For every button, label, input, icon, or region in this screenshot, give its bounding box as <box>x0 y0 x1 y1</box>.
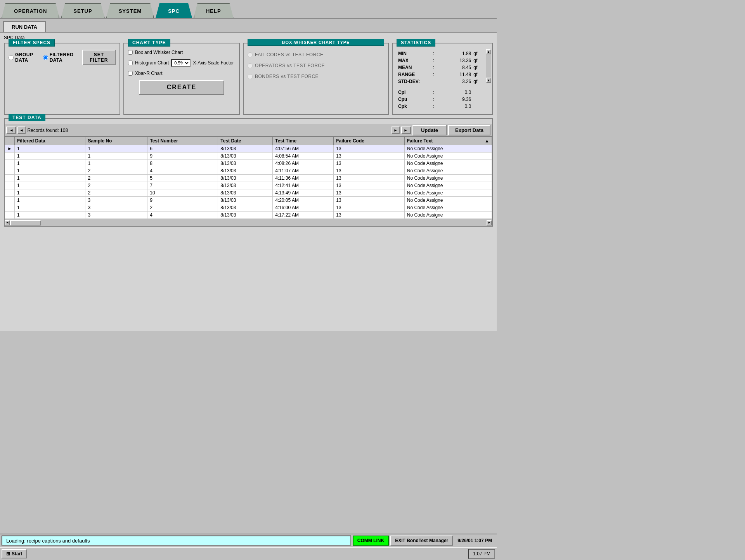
row-arrow-cell <box>5 204 15 212</box>
xbar-r-label: Xbar-R Chart <box>135 71 163 76</box>
whisker-option3-row: BONDERS vs TEST FORCE <box>248 74 384 79</box>
cell-fail-text: No Code Assigne <box>404 212 492 219</box>
stat-cpl-label: Cpl <box>397 89 431 95</box>
cell-test-num: 2 <box>147 204 218 212</box>
chart-type-title: CHART TYPE <box>128 39 170 47</box>
cell-date: 8/13/03 <box>218 204 273 212</box>
records-found-label: Records found: 108 <box>27 128 390 133</box>
cell-filtered: 1 <box>14 153 85 160</box>
tab-help[interactable]: HELP <box>194 3 234 18</box>
cell-date: 8/13/03 <box>218 153 273 160</box>
col-indicator <box>5 137 15 145</box>
cell-sample: 1 <box>85 160 147 167</box>
stat-cpk-row: Cpk : 0.0 <box>397 103 487 109</box>
filtered-data-radio-label[interactable]: FILTERED DATA <box>43 52 79 63</box>
cell-fail-code: 13 <box>334 204 405 212</box>
tab-spc-label: SPC <box>168 8 180 14</box>
export-button[interactable]: Export Data <box>448 125 490 135</box>
cell-filtered: 1 <box>14 160 85 167</box>
whisker-option2-radio[interactable] <box>248 63 253 68</box>
table-row[interactable]: ► 1 1 6 8/13/03 4:07:56 AM 13 No Code As… <box>5 145 492 153</box>
col-sample-no: Sample No <box>85 137 147 145</box>
nav-last-button[interactable]: ►| <box>401 127 411 134</box>
statistics-title: STATISTICS <box>397 39 435 47</box>
histogram-checkbox[interactable] <box>128 61 133 65</box>
col-filtered-data: Filtered Data <box>14 137 85 145</box>
cell-time: 4:12:41 AM <box>273 182 334 189</box>
box-whisker-chart-title: BOX-WHISKER CHART TYPE <box>248 39 384 46</box>
stat-cpk-value: 0.0 <box>438 103 472 109</box>
hscroll-right-btn[interactable]: ► <box>487 220 492 225</box>
group-data-text: GROUP DATA <box>15 52 40 63</box>
cell-date: 8/13/03 <box>218 189 273 197</box>
nav-prev-button[interactable]: ◄ <box>17 127 26 134</box>
stat-cpu-label: Cpu <box>397 96 431 102</box>
cell-sample: 3 <box>85 197 147 204</box>
table-row[interactable]: 1 3 2 8/13/03 4:16:00 AM 13 No Code Assi… <box>5 204 492 212</box>
cell-test-num: 9 <box>147 153 218 160</box>
update-button[interactable]: Update <box>412 125 447 135</box>
horizontal-scrollbar[interactable]: ◄ ► <box>5 219 492 226</box>
row-arrow-cell <box>5 212 15 219</box>
cell-time: 4:11:07 AM <box>273 167 334 175</box>
create-button[interactable]: CREATE <box>139 80 225 95</box>
table-row[interactable]: 1 2 10 8/13/03 4:13:49 AM 13 No Code Ass… <box>5 189 492 197</box>
hscroll-thumb[interactable] <box>10 220 41 225</box>
table-row[interactable]: 1 2 5 8/13/03 4:11:36 AM 13 No Code Assi… <box>5 175 492 182</box>
stats-table: MIN : 1.88 gf MAX : 13.36 gf MEAN : 8.45… <box>397 50 488 110</box>
stat-cpl-value: 0.0 <box>438 89 472 95</box>
statistics-panel: STATISTICS MIN : 1.88 gf MAX : 13.36 gf … <box>392 43 493 115</box>
cell-filtered: 1 <box>14 175 85 182</box>
tab-operation[interactable]: OPERATION <box>2 3 59 18</box>
box-whisker-chart-panel: BOX-WHISKER CHART TYPE FAIL CODES vs TES… <box>243 43 389 115</box>
cell-fail-code: 13 <box>334 182 405 189</box>
cell-date: 8/13/03 <box>218 160 273 167</box>
stat-max-value: 13.36 <box>438 57 472 64</box>
stats-scroll-down[interactable]: ▼ <box>486 78 491 83</box>
table-row[interactable]: 1 1 8 8/13/03 4:08:26 AM 13 No Code Assi… <box>5 160 492 167</box>
cell-test-num: 4 <box>147 167 218 175</box>
stats-scroll-up[interactable]: ▲ <box>486 49 491 54</box>
cell-test-num: 9 <box>147 197 218 204</box>
data-toolbar: |◄ ◄ Records found: 108 ► ►| Update Expo… <box>5 124 492 137</box>
cell-time: 4:08:26 AM <box>273 160 334 167</box>
filtered-data-radio[interactable] <box>43 55 48 60</box>
stat-min-unit: gf <box>473 50 487 57</box>
cell-date: 8/13/03 <box>218 182 273 189</box>
group-data-radio[interactable] <box>9 55 14 60</box>
table-row[interactable]: 1 1 9 8/13/03 4:08:54 AM 13 No Code Assi… <box>5 153 492 160</box>
xbar-r-checkbox[interactable] <box>128 71 133 76</box>
whisker-option3-label: BONDERS vs TEST FORCE <box>255 74 319 79</box>
cell-test-num: 10 <box>147 189 218 197</box>
tab-system[interactable]: SYSTEM <box>106 3 154 18</box>
cell-time: 4:08:54 AM <box>273 153 334 160</box>
filter-specs-title: FILTER SPECS <box>9 39 55 47</box>
main-area: SPC Data FILTER SPECS GROUP DATA FILTERE… <box>0 33 497 331</box>
whisker-option3-radio[interactable] <box>248 74 253 79</box>
group-data-radio-label[interactable]: GROUP DATA <box>9 52 40 63</box>
table-row[interactable]: 1 3 9 8/13/03 4:20:05 AM 13 No Code Assi… <box>5 197 492 204</box>
set-filter-button[interactable]: SET FILTER <box>82 50 116 65</box>
cell-test-num: 5 <box>147 175 218 182</box>
cell-date: 8/13/03 <box>218 212 273 219</box>
nav-first-button[interactable]: |◄ <box>6 127 16 134</box>
table-row[interactable]: 1 2 4 8/13/03 4:11:07 AM 13 No Code Assi… <box>5 167 492 175</box>
cell-time: 4:16:00 AM <box>273 204 334 212</box>
whisker-option1-radio[interactable] <box>248 52 253 57</box>
sub-tab-run-data[interactable]: RUN DATA <box>3 21 46 32</box>
nav-next-button[interactable]: ► <box>392 127 400 134</box>
filtered-data-text: FILTERED DATA <box>50 52 79 63</box>
table-row[interactable]: 1 3 4 8/13/03 4:17:22 AM 13 No Code Assi… <box>5 212 492 219</box>
hscroll-left-btn[interactable]: ◄ <box>5 220 10 225</box>
tab-spc[interactable]: SPC <box>156 3 192 18</box>
stat-stddev-label: STD-DEV: <box>397 78 431 85</box>
table-row[interactable]: 1 2 7 8/13/03 4:12:41 AM 13 No Code Assi… <box>5 182 492 189</box>
data-table: Filtered Data Sample No Test Number Test… <box>5 137 492 219</box>
tab-setup[interactable]: SETUP <box>61 3 104 18</box>
row-arrow-cell <box>5 175 15 182</box>
row-arrow-cell: ► <box>5 145 15 153</box>
xscale-dropdown[interactable]: 0.5% <box>171 59 191 67</box>
test-data-section: TEST DATA |◄ ◄ Records found: 108 ► ►| U… <box>4 118 493 227</box>
cell-time: 4:17:22 AM <box>273 212 334 219</box>
box-whisker-checkbox[interactable] <box>128 50 133 55</box>
